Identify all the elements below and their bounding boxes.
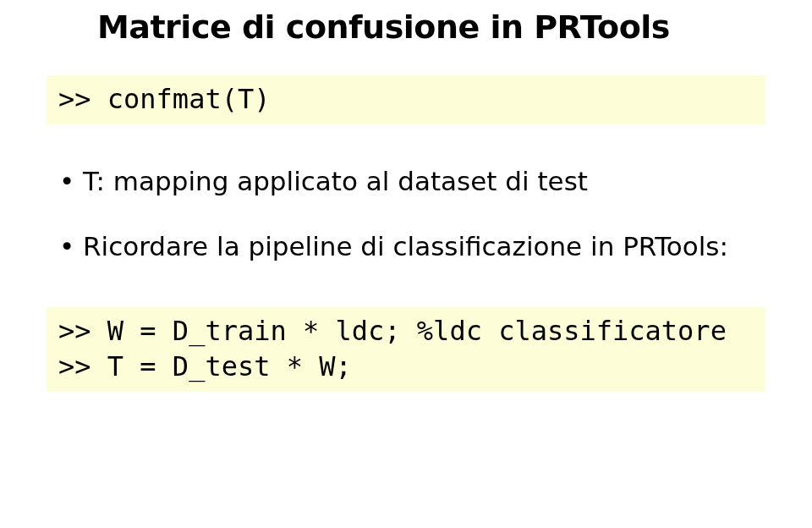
bullet-list: T: mapping applicato al dataset di test …	[59, 162, 778, 266]
code-line: >> W = D_train * ldc; %ldc classificator…	[58, 314, 754, 349]
code-line: >> T = D_test * W;	[58, 349, 754, 385]
slide-title: Matrice di confusione in PRTools	[97, 8, 778, 46]
code-line: >> confmat(T)	[58, 82, 754, 118]
list-item: Ricordare la pipeline di classificazione…	[59, 228, 778, 266]
code-block-pipeline: >> W = D_train * ldc; %ldc classificator…	[47, 307, 765, 391]
list-item: T: mapping applicato al dataset di test	[59, 162, 778, 201]
code-block-confmat: >> confmat(T)	[47, 75, 765, 124]
